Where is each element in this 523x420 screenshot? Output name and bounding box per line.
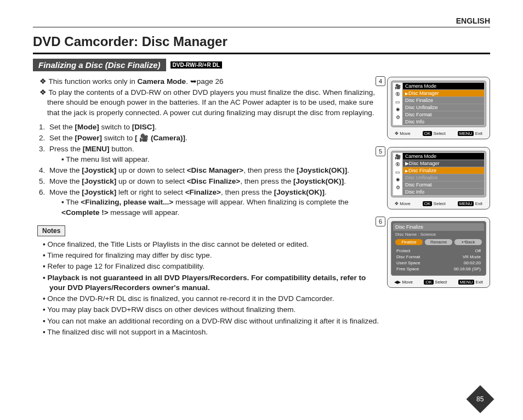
osd-menu-item: Disc Info <box>403 118 484 125</box>
screenshots-column: 4 🎥 ⦿ ▭ ✺ ⚙ Camera Mode Disc ManagerDisc… <box>387 77 490 338</box>
osd-footer: ◀▶ Move OK Select MENU Exit <box>388 278 490 287</box>
step-item: Set the [Mode] switch to [DISC]. <box>47 122 382 132</box>
osd-footer: ✥ Move OK Select MENU Exit <box>388 129 490 139</box>
osd-panel-4: 4 🎥 ⦿ ▭ ✺ ⚙ Camera Mode Disc ManagerDisc… <box>387 77 490 139</box>
panel-number: 4 <box>376 76 385 86</box>
osd-panel-6: 6 Disc Finalize Disc Name : Science Fina… <box>387 217 490 288</box>
note-item: You may play back DVD+RW discs on other … <box>43 305 382 315</box>
osd-footer: ✥ Move OK Select MENU Exit <box>388 200 490 209</box>
arrows-icon: ✥ <box>395 201 399 206</box>
note-item: Time required for finalizing may differ … <box>43 251 382 260</box>
memory-icon: ▭ <box>395 99 400 105</box>
step-item: Press the [MENU] button.The menu list wi… <box>47 144 382 164</box>
lr-arrows-icon: ◀▶ <box>394 280 401 285</box>
panel-number: 5 <box>376 146 385 156</box>
manual-page: ENGLISH DVD Camcorder: Disc Manager Fina… <box>33 16 490 338</box>
osd-title: Camera Mode <box>403 83 484 89</box>
exit-label: Exit <box>475 201 482 206</box>
disc-icon: ⦿ <box>395 92 400 97</box>
ok-button-icon: OK <box>423 131 433 136</box>
disc-type-tag: DVD-RW/-R/+R DL <box>170 61 222 69</box>
step-sub: The menu list will appear. <box>59 155 382 164</box>
memory-icon: ▭ <box>395 169 400 175</box>
steps-list: Set the [Mode] switch to [DISC].Set the … <box>47 122 382 218</box>
note-item: You can not make an additional recording… <box>43 316 382 326</box>
camera-icon: 🎥 <box>395 154 401 160</box>
menu-button-icon: MENU <box>458 280 475 285</box>
osd-title: Camera Mode <box>403 153 484 160</box>
display-icon: ✺ <box>396 107 400 112</box>
osd-menu-item: Disc Format <box>403 181 484 188</box>
note-item: Playback is not guaranteed in all DVD Pl… <box>43 273 382 293</box>
note-item: Refer to page 12 for Finalized disc comp… <box>43 262 382 271</box>
language-label: ENGLISH <box>33 16 490 27</box>
disc-name-label: Disc Name : Science <box>393 231 484 238</box>
step-item: Move the [Joystick] left or right to sel… <box>47 188 382 218</box>
arrows-icon: ✥ <box>395 131 399 136</box>
page-title: DVD Camcorder: Disc Manager <box>33 34 490 54</box>
osd-info-row: Free Space00:16:08 (SP) <box>396 266 481 272</box>
step-item: Move the [Joystick] up or down to select… <box>47 177 382 186</box>
osd-info-row: Used Space00:02:20 <box>396 260 481 266</box>
osd-info-row: ProtectOff <box>396 248 481 254</box>
osd-menu-item: Disc Info <box>403 188 484 195</box>
osd-menu-item: Disc Finalize <box>403 167 484 174</box>
osd-icons: 🎥 ⦿ ▭ ✺ ⚙ <box>393 153 403 195</box>
osd-pill-button: Finalize <box>395 239 423 245</box>
osd-menu: Camera Mode Disc ManagerDisc FinalizeDis… <box>403 83 484 125</box>
disc-icon: ⦿ <box>395 162 400 167</box>
osd-menu-item: Disc Finalize <box>403 97 484 104</box>
main-text-column: This function works only in Camera Mode.… <box>33 77 382 338</box>
osd-menu-item: Disc Unfinalize <box>403 104 484 111</box>
gear-icon: ⚙ <box>396 185 400 190</box>
ok-button-icon: OK <box>424 280 434 285</box>
page-number: 85 <box>467 385 494 413</box>
note-item: Once finalized, the Title Lists or Playl… <box>43 240 382 249</box>
exit-label: Exit <box>475 280 482 285</box>
select-label: Select <box>434 131 446 136</box>
osd-pill-button: Rename <box>425 239 452 245</box>
move-label: Move <box>402 280 413 285</box>
note-item: The finalized disc will not support in a… <box>43 327 382 337</box>
menu-button-icon: MENU <box>458 131 474 136</box>
notes-label: Notes <box>37 225 65 236</box>
osd-menu: Camera Mode ▶Disc ManagerDisc FinalizeDi… <box>403 153 484 195</box>
move-label: Move <box>400 201 411 206</box>
select-label: Select <box>435 280 447 285</box>
ok-button-icon: OK <box>423 201 433 206</box>
step-sub: The <Finalizing, please wait...> message… <box>59 197 382 217</box>
notes-list: Once finalized, the Title Lists or Playl… <box>43 240 382 337</box>
intro-list: This function works only in Camera Mode.… <box>39 77 382 118</box>
osd-button-row: FinalizeRename↩Back <box>393 238 484 246</box>
camera-icon: 🎥 <box>395 84 401 89</box>
section-subtitle: Finalizing a Disc (Disc Finalize) <box>33 59 166 71</box>
step-item: Set the [Power] switch to [ 🎥 (Camera)]. <box>47 133 382 143</box>
gear-icon: ⚙ <box>396 115 400 120</box>
osd-menu-item: Disc Manager <box>403 89 484 97</box>
select-label: Select <box>434 201 446 206</box>
note-item: Once the DVD-R/+R DL disc is finalized, … <box>43 294 382 304</box>
step-item: Move the [Joystick] up or down to select… <box>47 166 382 175</box>
osd-header: Disc Finalize <box>393 223 484 231</box>
osd-icons: 🎥 ⦿ ▭ ✺ ⚙ <box>393 83 403 125</box>
subtitle-bar: Finalizing a Disc (Disc Finalize) DVD-RW… <box>33 59 490 71</box>
intro-item: To play the contents of a DVD-RW on othe… <box>39 88 382 118</box>
menu-button-icon: MENU <box>458 201 474 206</box>
osd-menu-item: ▶Disc Manager <box>403 160 484 167</box>
osd-info: ProtectOffDisc FormatVR ModeUsed Space00… <box>393 246 484 274</box>
osd-info-row: Disc FormatVR Mode <box>396 254 481 260</box>
move-label: Move <box>400 131 411 136</box>
osd-panel-5: 5 🎥 ⦿ ▭ ✺ ⚙ Camera Mode ▶Disc ManagerDis… <box>387 147 490 209</box>
osd-menu-item: Disc Format <box>403 111 484 118</box>
exit-label: Exit <box>475 131 482 136</box>
display-icon: ✺ <box>396 177 400 183</box>
osd-menu-item: Disc Unfinalize <box>403 174 484 181</box>
intro-item: This function works only in Camera Mode.… <box>39 77 382 87</box>
panel-number: 6 <box>376 217 385 226</box>
osd-pill-button: ↩Back <box>454 239 482 245</box>
